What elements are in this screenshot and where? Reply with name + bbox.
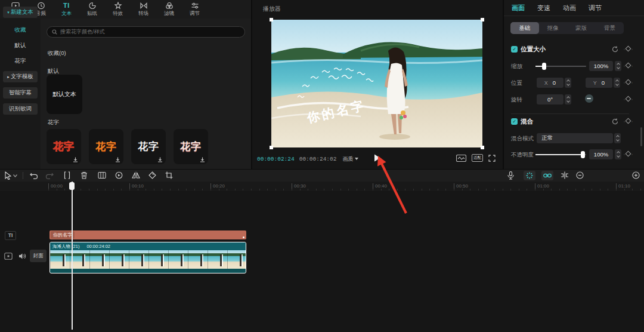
- video-clip-duration: 00:00:24:02: [86, 244, 110, 249]
- default-text-tile[interactable]: 默认文本: [47, 75, 82, 114]
- scale-keyframe[interactable]: ‹›: [624, 63, 633, 67]
- fancy-text-tile-2[interactable]: 花字: [89, 129, 123, 164]
- redo-icon[interactable]: [45, 171, 54, 179]
- rotate-stepper[interactable]: [565, 94, 571, 104]
- reverse-icon[interactable]: [115, 171, 123, 179]
- track-audio-icon[interactable]: [18, 253, 26, 260]
- tab-filters[interactable]: 滤镜: [157, 2, 181, 17]
- position-y-stepper[interactable]: [614, 78, 620, 88]
- sidebar-item-text-templates[interactable]: ▸ 文字模板: [3, 71, 38, 82]
- rotate-knob[interactable]: [585, 94, 593, 103]
- position-keyframe[interactable]: ‹›: [624, 80, 633, 84]
- video-clip[interactable]: 海滩人物 (21) 00:00:24:02: [49, 242, 246, 273]
- selection-handle-bottom-right[interactable]: [481, 146, 484, 149]
- rotate-icon[interactable]: [148, 171, 156, 179]
- subtab-background[interactable]: 背景: [596, 22, 624, 34]
- tab-adjust[interactable]: 调节: [183, 2, 206, 17]
- select-cursor-icon[interactable]: [4, 171, 12, 180]
- quality-dropdown[interactable]: 画质: [342, 155, 358, 163]
- selection-handle-bottom-left[interactable]: [270, 146, 273, 149]
- timeline-ruler[interactable]: 00:00 00:10 00:20 00:30 00:40 00:50 01:0…: [0, 182, 644, 191]
- position-size-checkbox[interactable]: ✓: [511, 46, 518, 53]
- sidebar-item-smart-captions[interactable]: 智能字幕: [3, 87, 38, 99]
- opacity-keyframe[interactable]: ‹›: [624, 152, 633, 156]
- blend-mode-dropdown[interactable]: 正常: [537, 133, 613, 143]
- tab-canvas[interactable]: 画面: [512, 4, 525, 13]
- text-clip[interactable]: 你的名字: [49, 230, 246, 239]
- reset-icon[interactable]: [612, 46, 618, 53]
- opacity-stepper[interactable]: [615, 149, 621, 159]
- position-x-field[interactable]: X 0: [537, 78, 564, 88]
- auto-snap-toggle[interactable]: [524, 171, 535, 180]
- section-divider: [511, 113, 629, 114]
- subtab-cutout[interactable]: 抠像: [539, 22, 568, 34]
- fancy-text-tile-2-label: 花字: [95, 140, 117, 153]
- position-x-stepper[interactable]: [565, 78, 571, 88]
- tab-animation[interactable]: 动画: [563, 4, 576, 13]
- rotate-keyframe[interactable]: ‹›: [624, 97, 633, 101]
- scale-value[interactable]: 100%: [589, 61, 613, 71]
- undo-icon[interactable]: [30, 171, 38, 179]
- tab-text[interactable]: TI 文本: [55, 2, 78, 17]
- sidebar-item-default[interactable]: 默认: [3, 40, 38, 51]
- download-icon: [157, 157, 163, 162]
- fullscreen-icon[interactable]: [488, 155, 496, 162]
- crop-icon[interactable]: [165, 171, 173, 179]
- playhead-handle[interactable]: [69, 182, 75, 190]
- download-icon: [115, 157, 120, 162]
- opacity-value[interactable]: 100%: [589, 149, 613, 159]
- fancy-section-label: 花字: [48, 119, 59, 127]
- playhead-line[interactable]: [72, 182, 73, 330]
- tab-text-label: 文本: [61, 10, 72, 17]
- fancy-text-tile-3-label: 花字: [138, 140, 159, 153]
- blend-mode-stepper[interactable]: [614, 133, 621, 143]
- tab-speed[interactable]: 变速: [537, 4, 550, 13]
- video-track-icon: [4, 253, 13, 260]
- fit-ratio-button[interactable]: 适配: [472, 154, 483, 162]
- cover-button[interactable]: 封面: [30, 250, 47, 262]
- tab-adjust-right[interactable]: 调节: [589, 4, 602, 13]
- opacity-slider[interactable]: [535, 154, 586, 155]
- sidebar-item-new-text[interactable]: ▾ 新建文本: [3, 7, 38, 18]
- scopes-icon[interactable]: [456, 155, 466, 162]
- zoom-out-icon[interactable]: [576, 171, 584, 179]
- chevron-down-icon: [355, 158, 358, 160]
- cursor-mode-chevron-icon[interactable]: [13, 174, 17, 177]
- scale-stepper[interactable]: [615, 61, 621, 71]
- split-icon[interactable]: [63, 171, 71, 179]
- current-timecode: 00:00:02:24: [257, 156, 295, 162]
- fancy-text-tile-4[interactable]: 花字: [174, 129, 208, 164]
- fancy-text-tile-3[interactable]: 花字: [131, 129, 166, 164]
- zoom-in-icon[interactable]: [632, 171, 640, 179]
- mirror-icon[interactable]: [132, 171, 140, 179]
- sidebar-item-fancy-text[interactable]: 花字: [3, 56, 38, 67]
- preview-axis-icon[interactable]: [561, 171, 569, 179]
- inspector-scrollbar[interactable]: [640, 127, 642, 146]
- selection-handle-top-left[interactable]: [270, 18, 273, 21]
- tab-sticker[interactable]: 贴纸: [80, 2, 104, 17]
- fancy-text-tile-1[interactable]: 花字: [47, 129, 81, 164]
- scale-slider[interactable]: [535, 66, 586, 67]
- record-voiceover-icon[interactable]: [507, 171, 514, 180]
- player-title: 播放器: [263, 5, 281, 13]
- position-y-field[interactable]: Y 0: [586, 78, 612, 88]
- ruler-label: 00:10: [129, 183, 144, 189]
- blend-checkbox[interactable]: ✓: [511, 118, 518, 125]
- linkage-toggle[interactable]: [541, 171, 553, 180]
- sidebar-item-recognize-lyrics[interactable]: 识别歌词: [3, 103, 38, 115]
- tab-effects[interactable]: 特效: [106, 2, 129, 17]
- tab-transitions[interactable]: 转场: [132, 2, 155, 17]
- sidebar-item-favorites[interactable]: 收藏: [3, 24, 38, 36]
- rotate-value[interactable]: 0°: [537, 94, 564, 104]
- reset-icon[interactable]: [612, 118, 618, 125]
- freeze-frame-icon[interactable]: [98, 171, 106, 179]
- blend-keyframe[interactable]: ‹›: [624, 119, 633, 123]
- subtab-basic[interactable]: 基础: [510, 22, 539, 34]
- selection-handle-top-right[interactable]: [481, 18, 484, 21]
- subtab-mask[interactable]: 蒙版: [567, 22, 596, 34]
- search-input[interactable]: 搜索花字颜色/样式: [47, 26, 245, 38]
- video-preview[interactable]: 你的名字: [271, 20, 482, 147]
- keyframe-button[interactable]: ‹›: [624, 47, 633, 51]
- play-button[interactable]: [374, 154, 380, 162]
- delete-icon[interactable]: [80, 171, 88, 179]
